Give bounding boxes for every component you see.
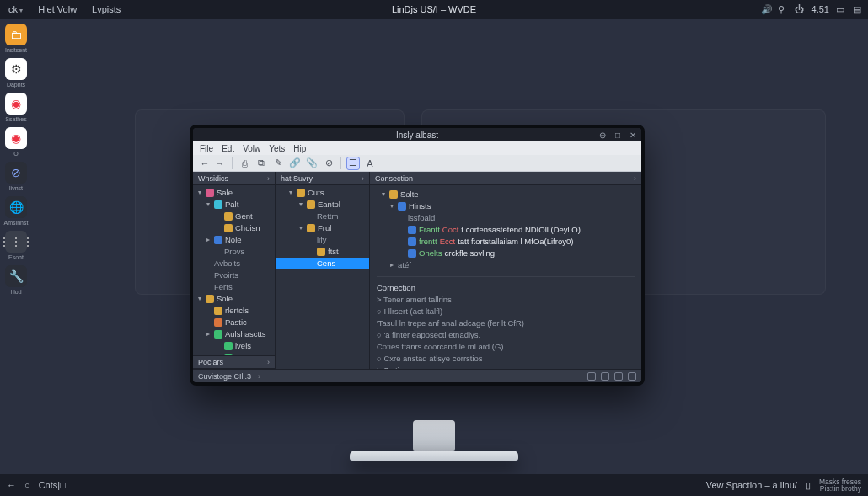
tree-item[interactable]: Choisn [193,222,275,234]
tree-item[interactable]: Gent [193,211,275,222]
menu-hip[interactable]: Hip [293,144,306,153]
system-tray: 🔊 ⚲ ⏻ 4.51 ▭ ▤ [761,4,863,14]
launcher-files[interactable]: 🗀Insitsent [3,24,29,53]
tree-item[interactable]: Rettm [276,211,369,222]
main-header[interactable]: Consection › [370,172,641,185]
tree-item[interactable]: Cens [276,258,369,269]
tag-icon[interactable]: ⊘ [322,157,335,170]
editor-menubar: FileEdtVolwYetsHip [193,141,641,155]
tree-item[interactable]: Ferts [193,281,275,293]
tree-item[interactable]: ftst [276,246,369,258]
content-row[interactable]: Onelts crckfle sovling [377,248,635,259]
folder-icon [206,295,214,303]
content-line: ○ Cxre anstad atlsye corrstios [377,353,635,365]
chevron-icon[interactable]: › [634,174,636,183]
status-icon[interactable] [628,372,636,381]
tree-item[interactable]: lify [276,234,369,246]
panel-menu-view[interactable]: Hiet Volw [35,4,80,14]
minimize-button[interactable]: ⊖ [597,131,608,140]
content-row[interactable]: ▾Solte [377,189,635,200]
main-content: ▾Solte▾HinstslssfoaldFrantt Coct t corte… [370,185,641,369]
menu-volw[interactable]: Volw [243,144,260,153]
menu-icon[interactable]: ▤ [853,4,863,14]
tree-item[interactable]: Pastic [193,317,275,328]
content-line: ○ I llrsert (act ltalfl) [377,306,635,317]
battery-icon[interactable]: ▭ [836,4,846,14]
content-row[interactable]: lssfoald [377,212,635,224]
status-icon[interactable] [614,372,623,381]
copy-icon[interactable]: ⧉ [255,157,268,170]
panel-menu-ck[interactable]: ck [5,4,26,14]
menu-edt[interactable]: Edt [222,144,234,153]
tree-item[interactable]: ▾Cuts [276,187,369,199]
launcher-globe[interactable]: 🌐Amsinnst [3,196,29,226]
tree-item[interactable]: ▸Nole [193,234,275,246]
launcher-grid[interactable]: ⋮⋮⋮Esont [3,231,29,260]
content-row[interactable]: frentt Ecct tatt ftortstallailam l MfOa(… [377,236,635,248]
launcher-wrench[interactable]: 🔧hlod [3,265,29,295]
taskbar-micro: Masks freses Pis:tin brothy [819,478,861,493]
tree-item[interactable]: ▾Sale [193,187,275,199]
status-icon[interactable] [601,372,609,381]
tree-item[interactable]: Provs [193,246,275,258]
close-button[interactable]: ✕ [628,131,638,140]
folder-icon [307,224,315,232]
sidebar-footer-label: Poclars [198,358,223,366]
tree-item[interactable]: Pvoirts [193,269,275,281]
content-row[interactable]: Frantt Coct t cortensastetend NDIOll (De… [377,224,635,236]
folder-icon [408,237,416,246]
content-row[interactable]: ▾Hinsts [377,200,635,212]
main-title: Consection [375,174,413,183]
nav-fwd-icon[interactable]: → [213,157,227,170]
taskbar-label[interactable]: Cnts|□ [39,480,66,490]
maximize-button[interactable]: □ [613,131,623,140]
chevron-icon[interactable]: › [258,372,260,381]
tree-item[interactable]: ▾Palt [193,199,275,211]
chevron-icon[interactable]: › [267,174,270,183]
menu-file[interactable]: File [200,144,213,153]
wifi-icon[interactable]: ⚲ [778,4,788,14]
content-row[interactable]: ▸atéf [377,259,635,271]
tree-item[interactable]: lvels [193,340,275,352]
launcher-settings[interactable]: ⚙Daphts [3,58,29,88]
editor-titlebar[interactable]: Insly albast ⊖ □ ✕ [193,128,641,141]
tree-item[interactable]: ▾Eantol [276,199,369,211]
tree-item[interactable]: rlertcls [193,305,275,317]
taskbar-circle-icon[interactable]: ○ [24,480,30,490]
save-icon[interactable]: ⎙ [238,157,251,170]
launcher-disk[interactable]: ⊘livnst [3,162,29,191]
tree-item[interactable]: Avboits [193,258,275,269]
taskbar-indicator-icon[interactable]: ▯ [806,480,811,491]
explorer-header[interactable]: hat Suvry › [276,172,369,185]
text-icon[interactable]: A [363,157,377,170]
tree-label: rlertcls [225,305,249,317]
explorer-title: hat Suvry [281,174,313,183]
sidebar-footer[interactable]: Poclars › [193,355,275,369]
status-label[interactable]: Cuvistoge CIll.3 [198,372,251,381]
launcher-chrome2[interactable]: ◉O [3,127,29,157]
link-icon[interactable]: 🔗 [288,157,302,170]
tree-label: Pvoirts [214,269,238,281]
power-icon[interactable]: ⏻ [795,4,805,14]
chevron-icon[interactable]: › [362,174,364,183]
chevron-icon[interactable]: › [267,358,270,366]
launcher-label: Amsinnst [4,220,29,226]
layout-icon[interactable]: ☰ [346,157,360,170]
chrome2-icon: ◉ [5,127,27,149]
tree-item[interactable]: ▾Sole [193,293,275,305]
taskbar-back-icon[interactable]: ← [7,480,16,490]
toolbar-sep [232,157,233,169]
panel-menu-layouts[interactable]: Lvpists [88,4,124,14]
folder-icon [214,318,222,327]
sidebar-header[interactable]: Wnsidics › [193,172,275,185]
tree-item[interactable]: ▾Frul [276,222,369,234]
status-icon[interactable] [587,372,596,381]
tree-item[interactable]: ▸Aulshasctts [193,328,275,340]
menu-yets[interactable]: Yets [269,144,285,153]
audio-icon[interactable]: 🔊 [761,4,771,14]
launcher-chrome1[interactable]: ◉Ssathes [3,93,29,122]
edit-icon[interactable]: ✎ [271,157,285,170]
attach-icon[interactable]: 📎 [305,157,319,170]
folder-icon [224,224,233,232]
nav-back-icon[interactable]: ← [198,157,212,170]
